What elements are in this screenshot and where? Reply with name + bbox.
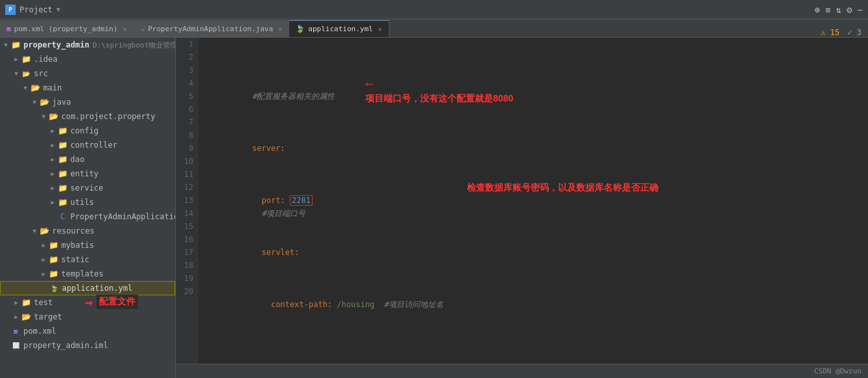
entity-label: entity bbox=[70, 169, 98, 178]
expand-config[interactable]: ▶ bbox=[48, 126, 57, 135]
main-class-icon: C bbox=[57, 211, 68, 222]
server-key: server: bbox=[252, 144, 285, 153]
service-label: service bbox=[70, 183, 104, 193]
expand-src[interactable]: ▼ bbox=[12, 69, 21, 78]
expand-utils[interactable]: ▶ bbox=[48, 198, 57, 207]
tree-item-pom[interactable]: ▶ m pom.xml bbox=[0, 324, 175, 338]
tab-yml-close[interactable]: ✕ bbox=[378, 25, 382, 33]
root-path: D:\springboot物业管理\springboot物业管 bbox=[92, 40, 176, 50]
line-numbers: 1 2 3 4 5 6 7 8 9 10 11 12 13 14 15 16 1… bbox=[176, 38, 199, 364]
tree-item-main[interactable]: ▼ 📂 main bbox=[0, 81, 175, 95]
port-value-box: 2281 bbox=[290, 195, 313, 206]
tree-item-target[interactable]: ▶ 📂 target bbox=[0, 310, 175, 324]
tab-pom-close[interactable]: ✕ bbox=[123, 25, 127, 33]
tab-java[interactable]: ☕ PropertyAdminApplication.java ✕ bbox=[134, 20, 290, 37]
tree-item-mybatis[interactable]: ▶ 📁 mybatis bbox=[0, 238, 175, 252]
tree-item-config[interactable]: ▶ 📁 config bbox=[0, 124, 175, 138]
project-icon: P bbox=[5, 5, 16, 15]
static-folder-icon: 📁 bbox=[48, 254, 59, 265]
config-folder-icon: 📁 bbox=[57, 126, 68, 136]
tree-item-static[interactable]: ▶ 📁 static bbox=[0, 252, 175, 267]
expand-java-dir[interactable]: ▼ bbox=[30, 98, 39, 107]
tab-java-close[interactable]: ✕ bbox=[278, 25, 282, 33]
tree-item-test[interactable]: ▶ 📁 test bbox=[0, 295, 175, 310]
yml-file-label: application.yml bbox=[62, 284, 132, 293]
test-label: test bbox=[34, 298, 53, 307]
tree-item-java-dir[interactable]: ▼ 📂 java bbox=[0, 95, 175, 109]
tree-item-package[interactable]: ▼ 📂 com.project.property bbox=[0, 109, 175, 124]
code-content[interactable]: #配置服务器相关的属性 server: port: 2281 #项目端口号 se… bbox=[199, 38, 868, 364]
expand-target[interactable]: ▶ bbox=[12, 312, 21, 321]
yml-file-icon: 🍃 bbox=[49, 283, 59, 293]
list-icon[interactable]: ≡ bbox=[825, 5, 830, 15]
tree-item-templates[interactable]: ▶ 📁 templates bbox=[0, 267, 175, 281]
gear-icon[interactable]: ⚙ bbox=[847, 5, 852, 15]
tree-item-iml[interactable]: ▶ ⬜ property_admin.iml bbox=[0, 338, 175, 353]
tree-item-service[interactable]: ▶ 📁 service bbox=[0, 181, 175, 195]
yml-icon: 🍃 bbox=[296, 25, 305, 33]
expand-main[interactable]: ▼ bbox=[21, 83, 30, 92]
iml-file-label: property_admin.iml bbox=[23, 341, 108, 350]
iml-file-icon: ⬜ bbox=[10, 340, 21, 351]
tree-item-main-class[interactable]: ▶ C PropertyAdminApplication bbox=[0, 209, 175, 224]
expand-static[interactable]: ▶ bbox=[39, 255, 48, 264]
tree-item-src[interactable]: ▼ 📂 src bbox=[0, 66, 175, 81]
expand-mybatis[interactable]: ▶ bbox=[39, 241, 48, 250]
controller-label: controller bbox=[70, 141, 117, 150]
expand-idea[interactable]: ▶ bbox=[12, 55, 21, 64]
static-label: static bbox=[61, 255, 89, 264]
warning-count: ⚠ 15 bbox=[820, 28, 839, 37]
tree-item-entity[interactable]: ▶ 📁 entity bbox=[0, 167, 175, 181]
package-label: com.project.property bbox=[61, 112, 156, 121]
main-layout: ▼ 📁 property_admin D:\springboot物业管理\spr… bbox=[0, 38, 868, 378]
java-icon: ☕ bbox=[141, 25, 145, 33]
resources-folder-icon: 📂 bbox=[39, 226, 49, 236]
dao-folder-icon: 📁 bbox=[57, 154, 68, 165]
code-line-2: server: bbox=[205, 129, 861, 142]
tree-item-idea[interactable]: ▶ 📁 .idea bbox=[0, 52, 175, 66]
tree-item-controller[interactable]: ▶ 📁 controller bbox=[0, 138, 175, 152]
java-dir-label: java bbox=[52, 98, 71, 107]
tree-item-utils[interactable]: ▶ 📁 utils bbox=[0, 195, 175, 209]
sort-icon[interactable]: ⇅ bbox=[836, 5, 841, 15]
sidebar: ▼ 📁 property_admin D:\springboot物业管理\spr… bbox=[0, 38, 176, 378]
dropdown-arrow[interactable]: ▼ bbox=[57, 6, 61, 13]
expand-package[interactable]: ▼ bbox=[39, 112, 48, 121]
servlet-key: servlet: bbox=[262, 248, 300, 257]
mybatis-label: mybatis bbox=[61, 241, 94, 250]
tree-item-yml[interactable]: ▶ 🍃 application.yml bbox=[0, 281, 175, 295]
editor-area: 1 2 3 4 5 6 7 8 9 10 11 12 13 14 15 16 1… bbox=[176, 38, 868, 378]
attribution-text: CSDN @Dwzun bbox=[814, 367, 861, 375]
tree-item-dao[interactable]: ▶ 📁 dao bbox=[0, 152, 175, 167]
templates-folder-icon: 📁 bbox=[48, 269, 59, 279]
expand-test[interactable]: ▶ bbox=[12, 298, 21, 307]
port-key: port: bbox=[262, 196, 285, 205]
tab-pom[interactable]: m pom.xml (property_admin) ✕ bbox=[0, 20, 134, 37]
expand-controller[interactable]: ▶ bbox=[48, 141, 57, 150]
code-editor[interactable]: 1 2 3 4 5 6 7 8 9 10 11 12 13 14 15 16 1… bbox=[176, 38, 868, 364]
tabs-bar: m pom.xml (property_admin) ✕ ☕ PropertyA… bbox=[0, 20, 868, 38]
tab-yml-label: application.yml bbox=[308, 25, 372, 33]
add-icon[interactable]: ⊕ bbox=[815, 5, 820, 15]
project-title: Project bbox=[20, 5, 53, 14]
code-line-5: context-path: /housing #项目访问地址名 bbox=[205, 285, 861, 298]
package-folder-icon: 📂 bbox=[48, 111, 59, 122]
mybatis-folder-icon: 📁 bbox=[48, 240, 59, 250]
dao-label: dao bbox=[70, 155, 85, 164]
target-folder-icon: 📂 bbox=[21, 312, 31, 322]
idea-label: .idea bbox=[34, 55, 57, 64]
resources-label: resources bbox=[52, 226, 94, 236]
expand-resources[interactable]: ▼ bbox=[30, 226, 39, 236]
tab-yml[interactable]: 🍃 application.yml ✕ bbox=[289, 20, 389, 37]
minimize-icon[interactable]: − bbox=[858, 5, 863, 15]
expand-dao[interactable]: ▶ bbox=[48, 155, 57, 164]
tree-item-root[interactable]: ▼ 📁 property_admin D:\springboot物业管理\spr… bbox=[0, 38, 175, 52]
expand-service[interactable]: ▶ bbox=[48, 183, 57, 193]
tree-item-resources[interactable]: ▼ 📂 resources bbox=[0, 224, 175, 238]
code-line-1: #配置服务器相关的属性 bbox=[205, 77, 861, 90]
expand-templates[interactable]: ▶ bbox=[39, 269, 48, 278]
status-bar: CSDN @Dwzun bbox=[176, 364, 868, 378]
expand-root[interactable]: ▼ bbox=[1, 40, 10, 49]
expand-entity[interactable]: ▶ bbox=[48, 169, 57, 178]
tab-pom-label: pom.xml (property_admin) bbox=[14, 25, 118, 33]
